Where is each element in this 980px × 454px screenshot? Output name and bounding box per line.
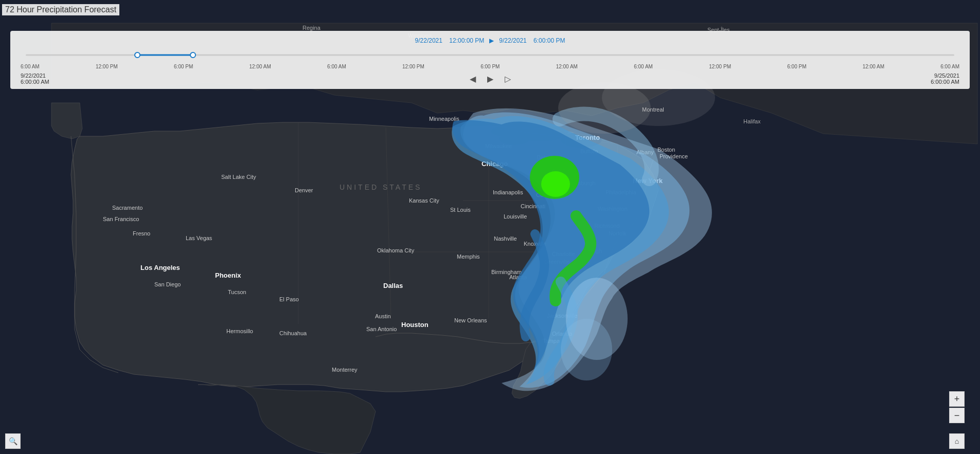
start-time: 6:00:00 AM bbox=[21, 79, 49, 85]
timeline-forward-button[interactable]: ▷ bbox=[503, 73, 513, 85]
zoom-out-button[interactable]: − bbox=[949, 408, 965, 423]
timeline-time-start: 12:00:00 PM bbox=[449, 37, 484, 44]
timeline-date-start: 9/22/2021 bbox=[415, 37, 442, 44]
timeline-bottom: 9/22/2021 6:00:00 AM ◀ ▶ ▷ 9/25/2021 6:0… bbox=[21, 72, 959, 85]
tick-4: 12:00 AM bbox=[250, 64, 271, 69]
home-button[interactable]: ⌂ bbox=[949, 433, 965, 449]
end-date: 9/25/2021 bbox=[931, 72, 959, 79]
tick-7: 6:00 PM bbox=[480, 64, 500, 69]
tick-12: 12:00 AM bbox=[863, 64, 884, 69]
timeline-time-end: 6:00:00 PM bbox=[533, 37, 565, 44]
tick-1: 6:00 AM bbox=[21, 64, 40, 69]
timeline-start-label: 9/22/2021 6:00:00 AM bbox=[21, 72, 49, 85]
timeline-date-end: 9/22/2021 bbox=[499, 37, 526, 44]
start-date: 9/22/2021 bbox=[21, 72, 49, 79]
tick-13: 6:00 AM bbox=[940, 64, 959, 69]
timeline-active-range bbox=[137, 55, 193, 56]
timeline-back-button[interactable]: ◀ bbox=[468, 73, 478, 85]
zoom-controls: + − bbox=[949, 391, 965, 423]
tick-8: 12:00 AM bbox=[556, 64, 578, 69]
svg-point-11 bbox=[561, 132, 602, 148]
timeline-handle-left[interactable] bbox=[134, 52, 140, 58]
timeline-date-range: 9/22/2021 12:00:00 PM ▶ 9/22/2021 6:00:0… bbox=[21, 37, 959, 44]
tick-9: 6:00 AM bbox=[634, 64, 653, 69]
timeline-panel: 9/22/2021 12:00:00 PM ▶ 9/22/2021 6:00:0… bbox=[10, 31, 970, 89]
tick-5: 6:00 AM bbox=[327, 64, 346, 69]
search-button[interactable]: 🔍 bbox=[5, 433, 21, 449]
zoom-in-button[interactable]: + bbox=[949, 391, 965, 407]
timeline-handle-right[interactable] bbox=[190, 52, 196, 58]
timeline-end-label: 9/25/2021 6:00:00 AM bbox=[931, 72, 959, 85]
svg-point-13 bbox=[491, 126, 517, 136]
tick-2: 12:00 PM bbox=[96, 64, 118, 69]
timeline-ticks: 6:00 AM 12:00 PM 6:00 PM 12:00 AM 6:00 A… bbox=[21, 64, 959, 69]
page-title: 72 Hour Precipitation Forecast bbox=[2, 4, 119, 15]
tick-6: 12:00 PM bbox=[402, 64, 424, 69]
timeline-controls: ◀ ▶ ▷ bbox=[468, 73, 513, 85]
tick-11: 6:00 PM bbox=[787, 64, 806, 69]
timeline-play-button[interactable]: ▶ bbox=[485, 73, 495, 85]
timeline-track-container[interactable] bbox=[26, 47, 954, 63]
tick-3: 6:00 PM bbox=[174, 64, 193, 69]
end-time: 6:00:00 AM bbox=[931, 79, 959, 85]
tick-10: 12:00 PM bbox=[709, 64, 731, 69]
